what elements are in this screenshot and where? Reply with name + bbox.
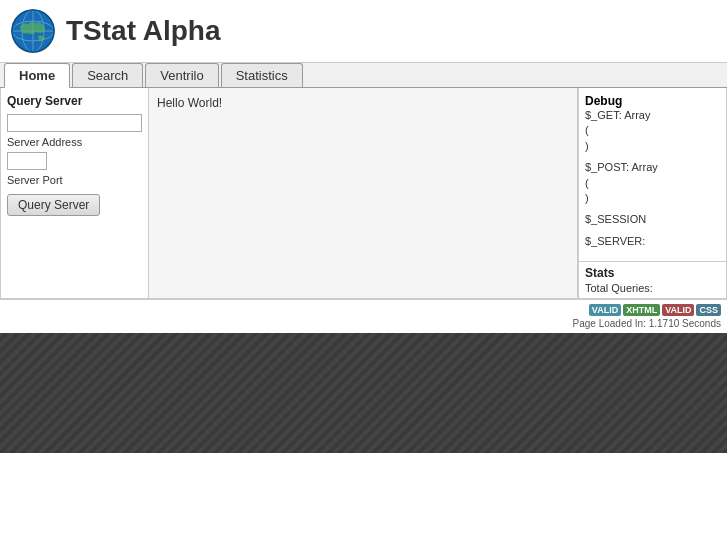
- server-address-input[interactable]: [7, 114, 142, 132]
- tab-ventrilo[interactable]: Ventrilo: [145, 63, 218, 87]
- globe-icon: [10, 8, 56, 54]
- stats-title: Stats: [585, 266, 720, 280]
- total-queries-label: Total Queries:: [585, 282, 720, 294]
- app-title: TStat Alpha: [66, 15, 221, 47]
- debug-panel: Debug $_GET: Array ( ) $_POST: Array ( )…: [579, 88, 726, 261]
- query-server-title: Query Server: [7, 94, 142, 108]
- page-loaded-text: Page Loaded In: 1.1710 Seconds: [0, 318, 727, 333]
- debug-title: Debug: [585, 94, 720, 108]
- debug-session-block: $_SESSION: [585, 212, 720, 227]
- left-panel: Query Server Server Address Server Port …: [1, 88, 149, 298]
- debug-get-open: (: [585, 123, 720, 138]
- server-port-label: Server Port: [7, 174, 142, 186]
- right-panel-wrapper: Debug $_GET: Array ( ) $_POST: Array ( )…: [578, 88, 726, 298]
- debug-server-block: $_SERVER:: [585, 234, 720, 249]
- tab-home[interactable]: Home: [4, 63, 70, 88]
- debug-get-label: $_GET: Array: [585, 108, 720, 123]
- debug-post-label: $_POST: Array: [585, 160, 720, 175]
- query-server-button[interactable]: Query Server: [7, 194, 100, 216]
- debug-get-close: ): [585, 139, 720, 154]
- debug-post-open: (: [585, 176, 720, 191]
- tab-bar: Home Search Ventrilo Statistics: [0, 62, 727, 88]
- tab-statistics[interactable]: Statistics: [221, 63, 303, 87]
- header: TStat Alpha: [0, 0, 727, 62]
- tab-search[interactable]: Search: [72, 63, 143, 87]
- footer-badges: VALID XHTML VALID CSS: [0, 300, 727, 318]
- panel-wrapper: Query Server Server Address Server Port …: [0, 88, 727, 300]
- badge-xhtml: XHTML: [623, 304, 660, 316]
- middle-panel: Hello World!: [149, 88, 578, 298]
- dark-footer: [0, 333, 727, 453]
- debug-server-label: $_SERVER:: [585, 234, 720, 249]
- badge-css: CSS: [696, 304, 721, 316]
- badge-valid-xhtml: VALID: [589, 304, 621, 316]
- stats-panel: Stats Total Queries:: [579, 261, 726, 298]
- server-address-label: Server Address: [7, 136, 142, 148]
- main-content: Query Server Server Address Server Port …: [1, 88, 726, 299]
- debug-post-close: ): [585, 191, 720, 206]
- debug-session-label: $_SESSION: [585, 212, 720, 227]
- hello-world-text: Hello World!: [157, 96, 222, 110]
- badge-valid-css: VALID: [662, 304, 694, 316]
- debug-get-block: $_GET: Array ( ): [585, 108, 720, 154]
- server-port-input[interactable]: [7, 152, 47, 170]
- debug-post-block: $_POST: Array ( ): [585, 160, 720, 206]
